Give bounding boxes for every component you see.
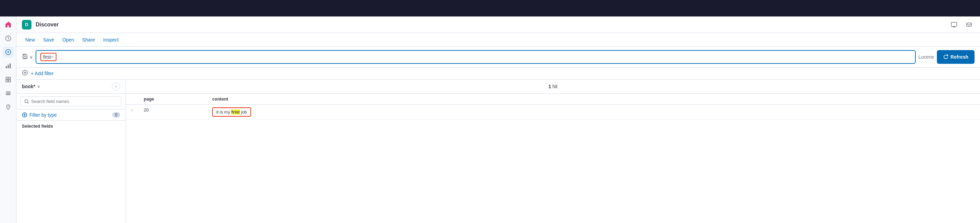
svg-rect-15 <box>967 23 972 26</box>
selected-fields-label: Selected fields <box>16 121 126 132</box>
search-bar: ∨ first~ Lucene Refresh <box>16 47 980 67</box>
filter-by-type-label[interactable]: Filter by type <box>29 112 57 118</box>
hits-count: 1 <box>549 84 551 89</box>
settings-icon-btn[interactable] <box>948 19 959 30</box>
search-fields-input[interactable]: Search field names <box>21 96 121 106</box>
toolbar: New Save Open Share Inspect <box>16 33 980 47</box>
top-bar <box>0 0 980 16</box>
svg-rect-12 <box>6 95 11 95</box>
svg-rect-3 <box>6 66 7 68</box>
search-input-inner: first~ <box>40 53 911 61</box>
result-highlight: frist <box>231 109 240 115</box>
refresh-button-label: Refresh <box>951 54 968 60</box>
results-table: page content › <box>126 94 980 120</box>
nav-icon-location[interactable] <box>3 101 14 112</box>
add-filter-button[interactable]: + Add filter <box>31 71 54 76</box>
share-button[interactable]: Share <box>79 36 98 44</box>
search-query: first~ <box>40 53 56 61</box>
lucene-label: Lucene <box>918 54 934 60</box>
index-pattern: book* ∨ ‹ <box>16 80 126 94</box>
svg-rect-6 <box>6 77 8 79</box>
filter-by-type: Filter by type 0 <box>16 109 126 121</box>
svg-rect-4 <box>8 65 8 68</box>
content-area: D Discover New Save <box>16 16 980 223</box>
table-header-row: page content <box>126 94 980 104</box>
app-title: Discover <box>36 22 59 28</box>
inspect-button[interactable]: Inspect <box>100 36 122 44</box>
header-right <box>948 19 975 30</box>
svg-rect-9 <box>8 80 11 82</box>
right-content: 1 hit page content <box>126 80 980 223</box>
nav-icon-discover[interactable] <box>3 47 14 58</box>
search-bar-icons: ∨ <box>22 53 33 61</box>
index-pattern-chevron[interactable]: ∨ <box>37 84 40 89</box>
search-options-chevron[interactable]: ∨ <box>29 54 33 60</box>
search-fields-placeholder: Search field names <box>31 99 69 104</box>
search-fields-container: Search field names <box>16 94 126 109</box>
svg-point-13 <box>8 106 8 107</box>
svg-point-2 <box>8 51 9 53</box>
open-button[interactable]: Open <box>59 36 77 44</box>
row-content-cell: it is my frist job <box>207 104 980 120</box>
new-button[interactable]: New <box>22 36 38 44</box>
search-input-wrapper[interactable]: first~ <box>36 50 916 64</box>
row-page-cell: 20 <box>138 104 207 120</box>
nav-icon-management[interactable] <box>3 88 14 99</box>
col-header-expand <box>126 94 138 104</box>
svg-rect-11 <box>6 93 11 94</box>
sidebar-collapse-button[interactable]: ‹ <box>112 82 120 91</box>
nav-icon-visualize[interactable] <box>3 60 14 71</box>
result-text-box: it is my frist job <box>212 107 251 117</box>
save-button[interactable]: Save <box>40 36 57 44</box>
filter-count-badge: 0 <box>112 112 120 118</box>
result-text-before: it is my <box>216 109 231 115</box>
search-actions: Lucene Refresh <box>918 50 975 64</box>
nav-icon-logo[interactable] <box>3 19 14 30</box>
filter-circle-icon <box>22 70 28 77</box>
svg-rect-10 <box>6 91 11 92</box>
col-header-page: page <box>138 94 207 104</box>
refresh-button[interactable]: Refresh <box>937 50 975 64</box>
svg-rect-16 <box>24 56 26 58</box>
nav-icon-dashboard[interactable] <box>3 74 14 85</box>
body-area: book* ∨ ‹ Search field names <box>16 80 980 223</box>
nav-icon-clock[interactable] <box>3 33 14 44</box>
nav-rail <box>0 16 16 223</box>
save-search-icon[interactable] <box>22 53 28 61</box>
hits-bar: 1 hit <box>126 80 980 94</box>
col-header-content: content <box>207 94 980 104</box>
left-sidebar: book* ∨ ‹ Search field names <box>16 80 126 223</box>
svg-rect-7 <box>8 77 11 79</box>
filter-bar: + Add filter <box>16 67 980 80</box>
hits-label: hit <box>552 84 557 89</box>
svg-rect-5 <box>10 63 11 68</box>
index-pattern-name: book* <box>22 84 35 89</box>
svg-rect-14 <box>951 22 957 26</box>
table-row: › 20 it is my frist job <box>126 104 980 120</box>
svg-rect-8 <box>6 80 8 82</box>
mail-icon-btn[interactable] <box>964 19 975 30</box>
row-expand-cell: › <box>126 104 138 120</box>
main-layout: D Discover New Save <box>0 16 980 223</box>
svg-rect-17 <box>24 54 25 55</box>
row-expand-icon[interactable]: › <box>131 108 133 112</box>
app-icon: D <box>22 20 32 29</box>
result-text-after: job <box>240 109 247 115</box>
app-header: D Discover <box>16 16 980 33</box>
